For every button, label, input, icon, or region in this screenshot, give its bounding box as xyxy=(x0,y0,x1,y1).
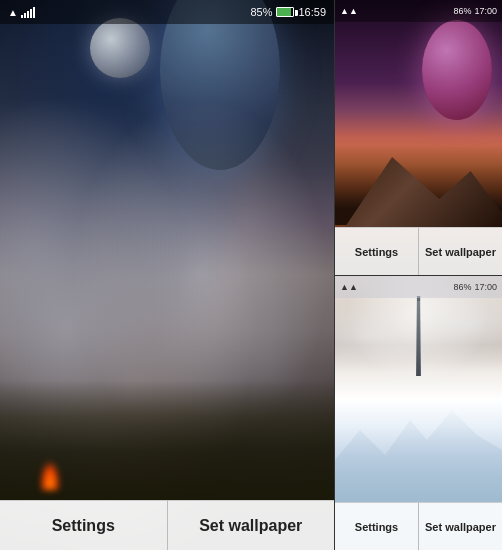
rt-set-wallpaper-button[interactable]: Set wallpaper xyxy=(419,227,502,275)
rb-set-wallpaper-button[interactable]: Set wallpaper xyxy=(419,502,502,550)
set-wallpaper-button[interactable]: Set wallpaper xyxy=(168,500,335,550)
right-bottom-wallpaper: ▲▲ 86% 17:00 Settings Set wallpaper xyxy=(335,275,502,550)
status-left-icons: ▲ xyxy=(8,6,35,18)
fire-glow xyxy=(40,460,60,490)
rb-settings-button[interactable]: Settings xyxy=(335,502,419,550)
rb-battery-percent: 86% xyxy=(453,282,471,292)
rt-settings-button[interactable]: Settings xyxy=(335,227,419,275)
rt-status-right: 86% 17:00 xyxy=(453,6,497,16)
status-bar-right-top: ▲▲ 86% 17:00 xyxy=(335,0,502,22)
rt-time: 17:00 xyxy=(474,6,497,16)
right-panel: ▲▲ 86% 17:00 Settings Set wallpaper ▲▲ 8… xyxy=(334,0,502,550)
right-bottom-buttons: Settings Set wallpaper xyxy=(335,502,502,550)
right-top-wallpaper: ▲▲ 86% 17:00 Settings Set wallpaper xyxy=(335,0,502,275)
rb-signal-icon: ▲▲ xyxy=(340,282,358,292)
status-bar-left: ▲ 85% 16:59 xyxy=(0,0,334,24)
left-bottom-buttons: Settings Set wallpaper xyxy=(0,500,334,550)
battery-percent: 85% xyxy=(250,6,272,18)
rb-time: 17:00 xyxy=(474,282,497,292)
rb-status-right: 86% 17:00 xyxy=(453,282,497,292)
settings-button[interactable]: Settings xyxy=(0,500,168,550)
left-wallpaper-panel: ▲ 85% 16:59 Settings Set wallpaper xyxy=(0,0,334,550)
battery-icon xyxy=(276,7,294,17)
signal-icon xyxy=(21,6,35,18)
wifi-icon: ▲ xyxy=(8,7,18,18)
time-display: 16:59 xyxy=(298,6,326,18)
rt-battery-percent: 86% xyxy=(453,6,471,16)
right-top-planet xyxy=(422,20,492,120)
right-top-buttons: Settings Set wallpaper xyxy=(335,227,502,275)
status-bar-right-bottom: ▲▲ 86% 17:00 xyxy=(335,276,502,298)
status-right-icons: 85% 16:59 xyxy=(250,6,326,18)
rt-signal-icon: ▲▲ xyxy=(340,6,358,16)
